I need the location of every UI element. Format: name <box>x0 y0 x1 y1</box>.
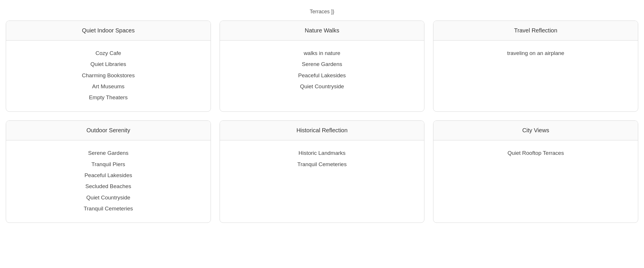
card-quiet-indoor-spaces: Quiet Indoor SpacesCozy CafeQuiet Librar… <box>6 21 211 112</box>
card-item-quiet-indoor-spaces-4: Empty Theaters <box>89 93 128 102</box>
card-body-historical-reflection: Historic LandmarksTranquil Cemeteries <box>220 140 424 178</box>
top-bar: Terraces ]} <box>6 6 638 21</box>
card-header-travel-reflection: Travel Reflection <box>433 21 638 41</box>
card-item-city-views-0: Quiet Rooftop Terraces <box>507 148 564 158</box>
card-item-outdoor-serenity-4: Quiet Countryside <box>86 193 130 202</box>
card-item-nature-walks-0: walks in nature <box>304 49 341 58</box>
card-body-travel-reflection: traveling on an airplane <box>433 41 638 67</box>
card-travel-reflection: Travel Reflectiontraveling on an airplan… <box>433 21 638 112</box>
card-item-outdoor-serenity-2: Peaceful Lakesides <box>84 171 132 180</box>
card-body-quiet-indoor-spaces: Cozy CafeQuiet LibrariesCharming Booksto… <box>6 41 211 111</box>
card-nature-walks: Nature Walkswalks in natureSerene Garden… <box>220 21 425 112</box>
card-item-outdoor-serenity-3: Secluded Beaches <box>85 182 131 191</box>
card-header-nature-walks: Nature Walks <box>220 21 424 41</box>
cards-grid: Quiet Indoor SpacesCozy CafeQuiet Librar… <box>6 21 638 223</box>
card-item-outdoor-serenity-1: Tranquil Piers <box>91 160 125 169</box>
card-body-outdoor-serenity: Serene GardensTranquil PiersPeaceful Lak… <box>6 140 211 223</box>
card-item-quiet-indoor-spaces-0: Cozy Cafe <box>95 49 121 58</box>
card-header-quiet-indoor-spaces: Quiet Indoor Spaces <box>6 21 211 41</box>
card-header-historical-reflection: Historical Reflection <box>220 121 424 140</box>
card-body-city-views: Quiet Rooftop Terraces <box>433 140 638 167</box>
top-bar-text: Terraces ]} <box>310 9 334 14</box>
card-item-quiet-indoor-spaces-2: Charming Bookstores <box>82 71 135 80</box>
card-item-outdoor-serenity-5: Tranquil Cemeteries <box>84 204 133 213</box>
card-city-views: City ViewsQuiet Rooftop Terraces <box>433 120 638 223</box>
card-item-nature-walks-3: Quiet Countryside <box>300 82 344 91</box>
card-item-quiet-indoor-spaces-1: Quiet Libraries <box>91 60 126 69</box>
card-item-historical-reflection-1: Tranquil Cemeteries <box>297 160 347 169</box>
card-body-nature-walks: walks in natureSerene GardensPeaceful La… <box>220 41 424 100</box>
card-item-nature-walks-1: Serene Gardens <box>302 60 342 69</box>
card-item-outdoor-serenity-0: Serene Gardens <box>88 148 128 158</box>
card-item-travel-reflection-0: traveling on an airplane <box>507 49 564 58</box>
card-item-historical-reflection-0: Historic Landmarks <box>299 148 346 158</box>
card-header-outdoor-serenity: Outdoor Serenity <box>6 121 211 140</box>
card-item-nature-walks-2: Peaceful Lakesides <box>298 71 346 80</box>
card-header-city-views: City Views <box>433 121 638 140</box>
card-historical-reflection: Historical ReflectionHistoric LandmarksT… <box>220 120 425 223</box>
card-item-quiet-indoor-spaces-3: Art Museums <box>92 82 124 91</box>
card-outdoor-serenity: Outdoor SerenitySerene GardensTranquil P… <box>6 120 211 223</box>
